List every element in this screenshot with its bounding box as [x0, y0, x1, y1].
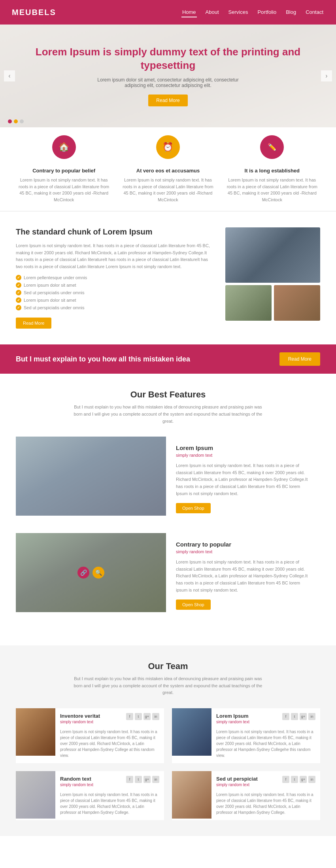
feature-icon-2: ⏰ — [156, 135, 180, 159]
feature-card-image-1 — [16, 437, 166, 516]
about-text: The standard chunk of Lorem Ipsum Lorem … — [16, 227, 213, 329]
team-member-name-1: Inventore veritat — [60, 713, 100, 719]
social-tw-2[interactable]: t — [291, 713, 298, 720]
team-info-4: Sed ut perspiciat simply random text f t… — [211, 771, 320, 820]
about-images — [225, 227, 320, 329]
social-gp-3[interactable]: g+ — [143, 776, 151, 783]
team-member-role-1: simply random text — [60, 720, 100, 724]
team-card-2: Lorem Ipsum simply random text f t g+ in… — [172, 708, 320, 763]
check-item-2: Lorem ipsum dolor sit amet — [16, 282, 213, 288]
social-gp-1[interactable]: g+ — [143, 713, 151, 720]
team-member-name-3: Random text — [60, 776, 93, 782]
team-social-3: f t g+ in — [126, 776, 159, 783]
about-title: The standard chunk of Lorem Ipsum — [16, 227, 213, 236]
link-icon[interactable]: 🔗 — [77, 567, 89, 579]
check-item-5: Sed ut perspiciatis under omnis — [16, 305, 213, 310]
best-features-section: Our Best Features But I must explain to … — [0, 374, 336, 645]
team-card-3: Random text simply random text f t g+ in… — [16, 771, 164, 820]
feature-desc-1: Lorem Ipsum is not simply random text. I… — [16, 177, 112, 203]
team-desc-4: Lorem Ipsum is not simply random text. I… — [216, 792, 315, 815]
nav-services[interactable]: Services — [228, 8, 249, 17]
team-card-4: Sed ut perspiciat simply random text f t… — [172, 771, 320, 820]
nav-home[interactable]: Home — [181, 8, 197, 17]
team-header-1: Inventore veritat simply random text f t… — [60, 713, 159, 727]
about-image-small-1 — [225, 285, 272, 321]
logo: MEUBELS — [12, 8, 181, 17]
check-item-1: Lorem pellentesque under omnis — [16, 275, 213, 280]
team-desc-1: Lorem Ipsum is not simply random text. I… — [60, 729, 159, 758]
hero-title: Lorem Ipsum is simply dummy text of the … — [8, 45, 328, 72]
check-item-4: Lorem ipsum dolor sit amet — [16, 297, 213, 303]
team-name-role-4: Sed ut perspiciat simply random text — [216, 776, 258, 790]
nav-contact[interactable]: Contact — [305, 8, 324, 17]
banner-button[interactable]: Read More — [279, 352, 320, 366]
team-name-role-2: Lorem Ipsum simply random text — [216, 713, 249, 727]
nav-blog[interactable]: Blog — [285, 8, 297, 17]
social-tw-3[interactable]: t — [135, 776, 142, 783]
banner: But I must explain to you how all this m… — [0, 344, 336, 374]
nav-about[interactable]: About — [205, 8, 220, 17]
team-desc-3: Lorem Ipsum is not simply random text. I… — [60, 792, 159, 815]
social-in-1[interactable]: in — [152, 713, 159, 720]
feature-desc-3: Lorem Ipsum is not simply random text. I… — [224, 177, 320, 203]
team-social-4: f t g+ in — [282, 776, 315, 783]
social-fb-3[interactable]: f — [126, 776, 133, 783]
overlay-icons-2: 🔗 🔍 — [77, 567, 104, 579]
dot-3[interactable] — [20, 119, 24, 123]
about-image-small-2 — [274, 285, 320, 321]
social-gp-2[interactable]: g+ — [300, 713, 307, 720]
feature-item-1: 🏠 Contrary to popular belief Lorem Ipsum… — [16, 139, 112, 203]
social-tw-1[interactable]: t — [135, 713, 142, 720]
social-tw-4[interactable]: t — [291, 776, 298, 783]
feature-card-2: 🔗 🔍 Contrary to popular simply random te… — [16, 533, 320, 618]
about-section: The standard chunk of Lorem Ipsum Lorem … — [0, 211, 336, 344]
social-fb-1[interactable]: f — [126, 713, 133, 720]
social-fb-2[interactable]: f — [282, 713, 289, 720]
feature-card-title-2: Contrary to popular — [176, 541, 310, 548]
team-photo-2 — [172, 708, 211, 756]
team-desc-2: Lorem Ipsum is not simply random text. I… — [216, 729, 315, 758]
feature-card-tag-1: simply random text — [176, 453, 310, 458]
main-nav: Home About Services Portfolio Blog Conta… — [181, 8, 324, 17]
feature-icon-1: 🏠 — [52, 135, 76, 159]
team-member-role-2: simply random text — [216, 720, 249, 724]
team-header-3: Random text simply random text f t g+ in — [60, 776, 159, 790]
team-photo-1 — [16, 708, 55, 756]
team-info-2: Lorem Ipsum simply random text f t g+ in… — [211, 708, 320, 763]
about-image-row — [225, 285, 320, 323]
hero-cta-button[interactable]: Read More — [148, 95, 187, 106]
search-overlay-icon[interactable]: 🔍 — [92, 567, 104, 579]
team-name-role-3: Random text simply random text — [60, 776, 93, 790]
team-title: Our Team — [16, 661, 320, 671]
feature-card-image-2: 🔗 🔍 — [16, 533, 166, 612]
dot-1[interactable] — [8, 119, 12, 123]
check-item-3: Sed ut perspiciatis under omnis — [16, 290, 213, 295]
team-section: Our Team But I must explain to you how a… — [0, 645, 336, 836]
feature-card-title-1: Lorem Ipsum — [176, 444, 310, 451]
social-in-2[interactable]: in — [308, 713, 315, 720]
social-gp-4[interactable]: g+ — [300, 776, 307, 783]
feature-item-3: ✏️ It is a long established Lorem Ipsum … — [224, 139, 320, 203]
feature-card-content-1: Lorem Ipsum simply random text Lorem Ips… — [166, 437, 320, 521]
feature-icon-3: ✏️ — [260, 135, 284, 159]
feature-card-button-2[interactable]: Open Shop — [176, 599, 211, 610]
social-in-3[interactable]: in — [152, 776, 159, 783]
hero-description: Lorem ipsum dolor sit amet, consectetur … — [97, 77, 239, 88]
feature-desc-2: Lorem Ipsum is not simply random text. I… — [120, 177, 216, 203]
nav-portfolio[interactable]: Portfolio — [257, 8, 277, 17]
team-header-4: Sed ut perspiciat simply random text f t… — [216, 776, 315, 790]
feature-card-desc-1: Lorem Ipsum is not simply random text. I… — [176, 462, 310, 497]
team-info-1: Inventore veritat simply random text f t… — [55, 708, 164, 763]
feature-card-tag-2: simply random text — [176, 549, 310, 554]
team-info-3: Random text simply random text f t g+ in… — [55, 771, 164, 820]
social-in-4[interactable]: in — [308, 776, 315, 783]
about-read-more-button[interactable]: Read More — [16, 318, 51, 329]
team-name-role-1: Inventore veritat simply random text — [60, 713, 100, 727]
team-photo-4 — [172, 771, 211, 819]
about-image-large — [225, 227, 320, 283]
social-fb-4[interactable]: f — [282, 776, 289, 783]
team-header-2: Lorem Ipsum simply random text f t g+ in — [216, 713, 315, 727]
feature-card-button-1[interactable]: Open Shop — [176, 503, 211, 513]
dot-2[interactable] — [14, 119, 18, 123]
team-grid: Inventore veritat simply random text f t… — [16, 708, 320, 820]
